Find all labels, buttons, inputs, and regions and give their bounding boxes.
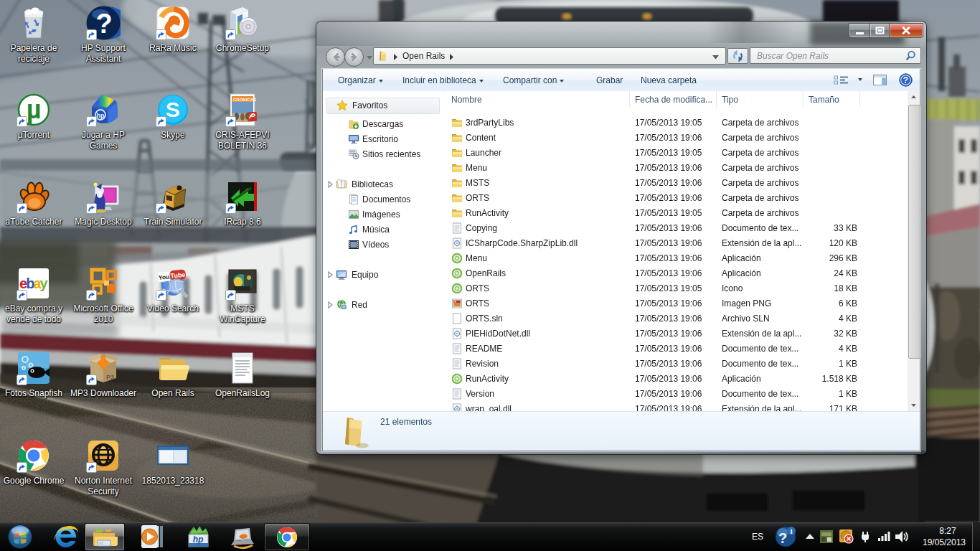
svg-text:CRONICAS: CRONICAS (233, 98, 256, 102)
svg-text:?: ? (903, 75, 908, 85)
svg-text:µ: µ (27, 95, 42, 124)
svg-text:You: You (158, 273, 169, 282)
svg-text:i: i (790, 527, 792, 535)
svg-text:P3: P3 (106, 374, 114, 381)
svg-text:hp: hp (193, 534, 204, 545)
svg-text:?: ? (778, 530, 787, 546)
svg-text:?: ? (95, 9, 112, 39)
svg-text:S: S (166, 98, 180, 121)
svg-text:ebay: ebay (19, 276, 48, 291)
svg-text:hp: hp (97, 112, 105, 119)
